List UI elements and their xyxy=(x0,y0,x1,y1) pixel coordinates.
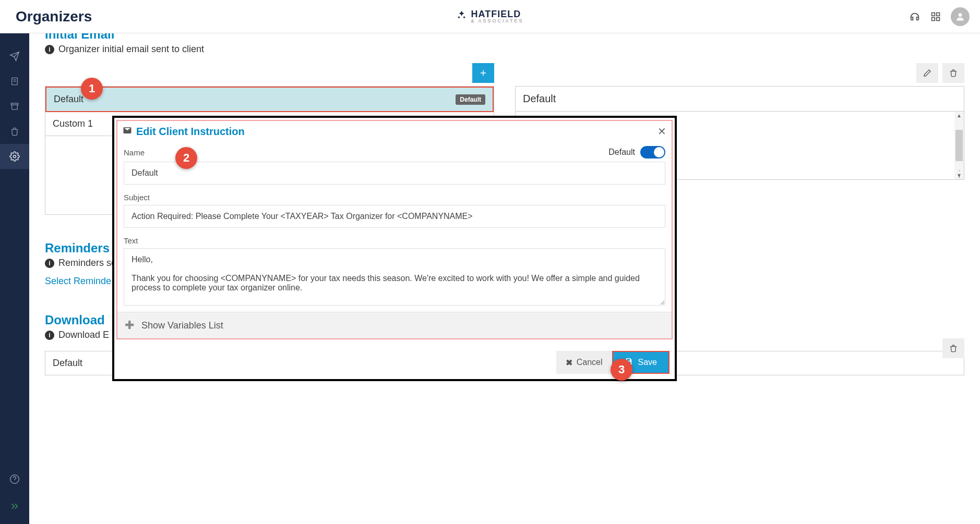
user-avatar[interactable] xyxy=(951,7,970,26)
app-header: Organizers HATFIELD & ASSOCIATES xyxy=(0,0,980,33)
logo-sub-text: & ASSOCIATES xyxy=(471,19,524,23)
svg-rect-1 xyxy=(937,13,940,16)
page-title: Organizers xyxy=(16,8,92,25)
support-icon[interactable] xyxy=(909,11,921,22)
apps-icon[interactable] xyxy=(930,11,941,22)
svg-rect-3 xyxy=(937,17,940,20)
logo-icon xyxy=(457,10,467,23)
svg-rect-2 xyxy=(932,17,935,20)
svg-rect-0 xyxy=(932,13,935,16)
svg-point-4 xyxy=(959,13,962,17)
logo-main-text: HATFIELD xyxy=(471,9,524,19)
brand-logo: HATFIELD & ASSOCIATES xyxy=(457,9,524,23)
